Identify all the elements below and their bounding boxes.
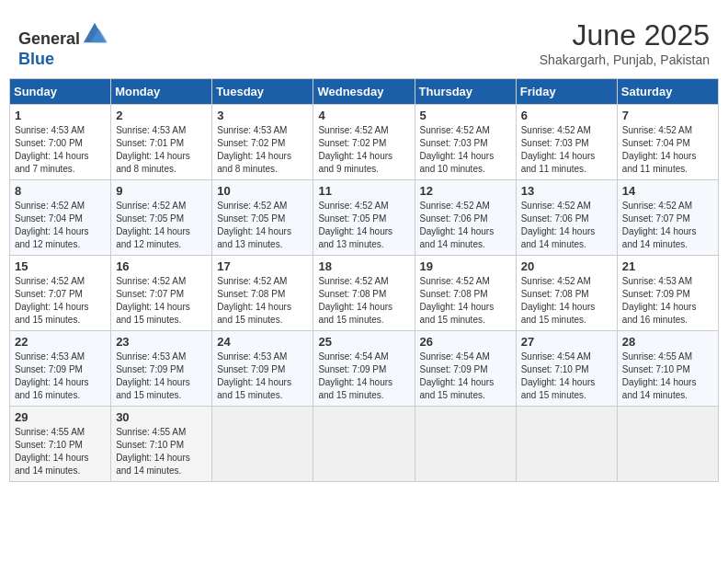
day-number: 11 — [318, 184, 409, 198]
calendar-cell — [516, 407, 617, 482]
calendar-cell: 22Sunrise: 4:53 AMSunset: 7:09 PMDayligh… — [10, 331, 111, 407]
day-number: 2 — [116, 109, 207, 122]
calendar-cell: 3Sunrise: 4:53 AMSunset: 7:02 PMDaylight… — [212, 105, 313, 180]
calendar-cell: 26Sunrise: 4:54 AMSunset: 7:09 PMDayligh… — [415, 331, 516, 407]
day-number: 27 — [521, 335, 612, 349]
weekday-friday: Friday — [516, 79, 617, 105]
calendar-cell: 20Sunrise: 4:52 AMSunset: 7:08 PMDayligh… — [516, 256, 617, 331]
day-number: 30 — [116, 410, 207, 424]
calendar-cell: 5Sunrise: 4:52 AMSunset: 7:03 PMDaylight… — [415, 105, 516, 180]
cell-info: Sunrise: 4:52 AMSunset: 7:08 PMDaylight:… — [521, 275, 612, 327]
weekday-thursday: Thursday — [415, 79, 516, 105]
calendar-cell: 12Sunrise: 4:52 AMSunset: 7:06 PMDayligh… — [415, 180, 516, 256]
day-number: 16 — [116, 259, 207, 273]
cell-info: Sunrise: 4:53 AMSunset: 7:00 PMDaylight:… — [15, 124, 106, 176]
calendar-cell — [617, 407, 718, 482]
day-number: 20 — [521, 259, 612, 273]
calendar-cell: 4Sunrise: 4:52 AMSunset: 7:02 PMDaylight… — [313, 105, 415, 180]
day-number: 13 — [521, 184, 612, 198]
calendar-cell: 18Sunrise: 4:52 AMSunset: 7:08 PMDayligh… — [313, 256, 415, 331]
cell-info: Sunrise: 4:53 AMSunset: 7:09 PMDaylight:… — [217, 350, 308, 402]
weekday-wednesday: Wednesday — [313, 79, 415, 105]
cell-info: Sunrise: 4:52 AMSunset: 7:05 PMDaylight:… — [318, 200, 409, 251]
day-number: 14 — [622, 184, 713, 198]
day-number: 10 — [217, 184, 308, 198]
day-number: 9 — [116, 184, 207, 198]
cell-info: Sunrise: 4:53 AMSunset: 7:09 PMDaylight:… — [116, 350, 207, 402]
cell-info: Sunrise: 4:52 AMSunset: 7:07 PMDaylight:… — [622, 200, 713, 251]
day-number: 1 — [15, 109, 106, 122]
calendar-cell: 28Sunrise: 4:55 AMSunset: 7:10 PMDayligh… — [617, 331, 718, 407]
cell-info: Sunrise: 4:52 AMSunset: 7:08 PMDaylight:… — [420, 275, 511, 327]
day-number: 23 — [116, 335, 207, 349]
weekday-saturday: Saturday — [617, 79, 718, 105]
weekday-monday: Monday — [111, 79, 212, 105]
cell-info: Sunrise: 4:55 AMSunset: 7:10 PMDaylight:… — [622, 350, 713, 402]
day-number: 7 — [622, 109, 713, 122]
cell-info: Sunrise: 4:52 AMSunset: 7:07 PMDaylight:… — [116, 275, 207, 327]
cell-info: Sunrise: 4:52 AMSunset: 7:04 PMDaylight:… — [622, 124, 713, 176]
calendar-cell: 7Sunrise: 4:52 AMSunset: 7:04 PMDaylight… — [617, 105, 718, 180]
day-number: 19 — [420, 259, 511, 273]
calendar-cell — [212, 407, 313, 482]
day-number: 3 — [217, 109, 308, 122]
day-number: 25 — [318, 335, 409, 349]
week-row-1: 1Sunrise: 4:53 AMSunset: 7:00 PMDaylight… — [10, 105, 719, 180]
title-block: June 2025 Shakargarh, Punjab, Pakistan — [540, 18, 710, 67]
cell-info: Sunrise: 4:55 AMSunset: 7:10 PMDaylight:… — [116, 426, 207, 477]
weekday-tuesday: Tuesday — [212, 79, 313, 105]
calendar-cell: 13Sunrise: 4:52 AMSunset: 7:06 PMDayligh… — [516, 180, 617, 256]
week-row-5: 29Sunrise: 4:55 AMSunset: 7:10 PMDayligh… — [10, 407, 719, 482]
cell-info: Sunrise: 4:52 AMSunset: 7:03 PMDaylight:… — [420, 124, 511, 176]
cell-info: Sunrise: 4:52 AMSunset: 7:06 PMDaylight:… — [420, 200, 511, 251]
day-number: 24 — [217, 335, 308, 349]
calendar-cell: 9Sunrise: 4:52 AMSunset: 7:05 PMDaylight… — [111, 180, 212, 256]
logo-blue: Blue — [18, 50, 54, 68]
weekday-header-row: SundayMondayTuesdayWednesdayThursdayFrid… — [10, 79, 719, 105]
calendar-cell: 30Sunrise: 4:55 AMSunset: 7:10 PMDayligh… — [111, 407, 212, 482]
cell-info: Sunrise: 4:52 AMSunset: 7:07 PMDaylight:… — [15, 275, 106, 327]
cell-info: Sunrise: 4:52 AMSunset: 7:02 PMDaylight:… — [318, 124, 409, 176]
day-number: 29 — [15, 410, 106, 424]
calendar-cell: 16Sunrise: 4:52 AMSunset: 7:07 PMDayligh… — [111, 256, 212, 331]
day-number: 4 — [318, 109, 409, 122]
calendar-cell: 19Sunrise: 4:52 AMSunset: 7:08 PMDayligh… — [415, 256, 516, 331]
cell-info: Sunrise: 4:52 AMSunset: 7:08 PMDaylight:… — [217, 275, 308, 327]
cell-info: Sunrise: 4:52 AMSunset: 7:08 PMDaylight:… — [318, 275, 409, 327]
calendar-cell: 1Sunrise: 4:53 AMSunset: 7:00 PMDaylight… — [10, 105, 111, 180]
location: Shakargarh, Punjab, Pakistan — [540, 52, 710, 67]
month-year: June 2025 — [540, 18, 710, 52]
calendar-cell: 14Sunrise: 4:52 AMSunset: 7:07 PMDayligh… — [617, 180, 718, 256]
day-number: 8 — [15, 184, 106, 198]
calendar-cell: 25Sunrise: 4:54 AMSunset: 7:09 PMDayligh… — [313, 331, 415, 407]
cell-info: Sunrise: 4:54 AMSunset: 7:10 PMDaylight:… — [521, 350, 612, 402]
calendar-cell: 23Sunrise: 4:53 AMSunset: 7:09 PMDayligh… — [111, 331, 212, 407]
calendar-cell: 17Sunrise: 4:52 AMSunset: 7:08 PMDayligh… — [212, 256, 313, 331]
day-number: 17 — [217, 259, 308, 273]
calendar-cell: 8Sunrise: 4:52 AMSunset: 7:04 PMDaylight… — [10, 180, 111, 256]
day-number: 26 — [420, 335, 511, 349]
cell-info: Sunrise: 4:52 AMSunset: 7:06 PMDaylight:… — [521, 200, 612, 251]
day-number: 22 — [15, 335, 106, 349]
calendar-cell: 6Sunrise: 4:52 AMSunset: 7:03 PMDaylight… — [516, 105, 617, 180]
calendar-cell: 10Sunrise: 4:52 AMSunset: 7:05 PMDayligh… — [212, 180, 313, 256]
logo-general: General — [18, 29, 80, 48]
day-number: 12 — [420, 184, 511, 198]
cell-info: Sunrise: 4:52 AMSunset: 7:03 PMDaylight:… — [521, 124, 612, 176]
cell-info: Sunrise: 4:53 AMSunset: 7:02 PMDaylight:… — [217, 124, 308, 176]
cell-info: Sunrise: 4:53 AMSunset: 7:09 PMDaylight:… — [15, 350, 106, 402]
cell-info: Sunrise: 4:52 AMSunset: 7:05 PMDaylight:… — [116, 200, 207, 251]
cell-info: Sunrise: 4:54 AMSunset: 7:09 PMDaylight:… — [420, 350, 511, 402]
logo: General Blue — [18, 18, 108, 69]
week-row-4: 22Sunrise: 4:53 AMSunset: 7:09 PMDayligh… — [10, 331, 719, 407]
cell-info: Sunrise: 4:53 AMSunset: 7:01 PMDaylight:… — [116, 124, 207, 176]
week-row-3: 15Sunrise: 4:52 AMSunset: 7:07 PMDayligh… — [10, 256, 719, 331]
calendar-cell: 29Sunrise: 4:55 AMSunset: 7:10 PMDayligh… — [10, 407, 111, 482]
calendar-cell: 21Sunrise: 4:53 AMSunset: 7:09 PMDayligh… — [617, 256, 718, 331]
calendar-cell — [415, 407, 516, 482]
day-number: 18 — [318, 259, 409, 273]
day-number: 15 — [15, 259, 106, 273]
cell-info: Sunrise: 4:55 AMSunset: 7:10 PMDaylight:… — [15, 426, 106, 477]
week-row-2: 8Sunrise: 4:52 AMSunset: 7:04 PMDaylight… — [10, 180, 719, 256]
cell-info: Sunrise: 4:52 AMSunset: 7:04 PMDaylight:… — [15, 200, 106, 251]
